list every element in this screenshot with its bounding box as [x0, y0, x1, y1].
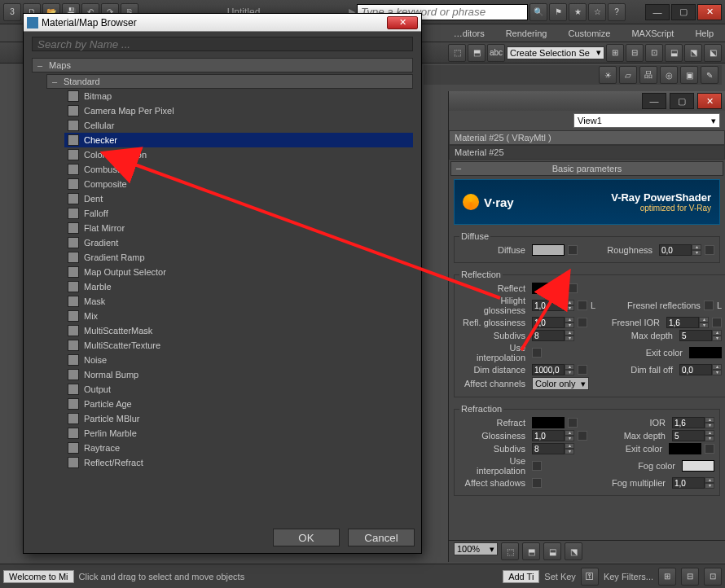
map-item-noise[interactable]: Noise	[64, 353, 413, 367]
refl-interp-checkbox[interactable]	[532, 348, 542, 358]
ior-spinner[interactable]: ▴▾	[672, 417, 714, 428]
dialog-titlebar[interactable]: Material/Map Browser ✕	[24, 14, 421, 32]
map-item-mask[interactable]: Mask	[64, 294, 413, 309]
browser-search-input[interactable]	[32, 37, 413, 51]
set-key-button[interactable]: Set Key	[544, 572, 576, 581]
flag-icon[interactable]: ⚑	[549, 3, 567, 21]
tool-icon[interactable]: ⬚	[448, 44, 466, 62]
map-item-mix[interactable]: Mix	[64, 309, 413, 323]
menu-editors[interactable]: …ditors	[447, 29, 491, 38]
refr-maxdepth-spinner[interactable]: ▴▾	[672, 430, 714, 441]
map-item-reflect-refract[interactable]: Reflect/Refract	[64, 455, 413, 470]
rollout-basic-parameters[interactable]: Basic parameters	[450, 161, 723, 176]
panel-close-button[interactable]: ✕	[697, 93, 722, 109]
tool-icon[interactable]: ⬒	[468, 44, 486, 62]
roughness-spinner[interactable]: ▴▾	[659, 244, 701, 256]
nav-icon[interactable]: ⬚	[501, 542, 519, 560]
refl-gloss-spinner[interactable]: ▴▾	[532, 317, 574, 328]
viewport-nav-icon[interactable]: ⊟	[681, 568, 699, 586]
viewport-nav-icon[interactable]: ⊡	[704, 568, 722, 586]
map-item-output[interactable]: Output	[64, 382, 413, 397]
fog-mult-spinner[interactable]: ▴▾	[672, 477, 714, 489]
refr-gloss-spinner[interactable]: ▴▾	[532, 430, 574, 441]
refl-exit-color-swatch[interactable]	[689, 347, 722, 358]
map-item-particle-age[interactable]: Particle Age	[64, 397, 413, 411]
tool-icon[interactable]: ⬓	[665, 44, 683, 62]
diffuse-color-swatch[interactable]	[532, 244, 565, 256]
map-item-composite[interactable]: Composite	[64, 177, 413, 191]
tree-node-standard[interactable]: –Standard	[46, 74, 413, 89]
reflect-map-slot[interactable]	[568, 283, 578, 293]
refr-exit-color-swatch[interactable]	[669, 443, 701, 454]
diffuse-map-slot[interactable]	[568, 245, 578, 255]
dim-dist-spinner[interactable]: ▴▾	[532, 364, 574, 375]
schematic-icon[interactable]: ▱	[619, 66, 637, 84]
nav-icon[interactable]: ⬓	[543, 542, 561, 560]
tool-icon[interactable]: ⊞	[606, 44, 624, 62]
map-item-falloff[interactable]: Falloff	[64, 206, 413, 221]
cancel-button[interactable]: Cancel	[348, 529, 415, 546]
map-item-cellular[interactable]: Cellular	[64, 118, 413, 133]
refract-map-slot[interactable]	[568, 418, 578, 428]
affect-channels-combo[interactable]: Color only▾	[532, 377, 589, 390]
dim-fall-spinner[interactable]: ▴▾	[679, 364, 722, 375]
minimize-button[interactable]: —	[645, 4, 670, 20]
tree-node-maps[interactable]: –Maps	[32, 58, 413, 72]
map-item-flat-mirror[interactable]: Flat Mirror	[64, 221, 413, 235]
panel-minimize-button[interactable]: —	[642, 93, 666, 109]
menu-rendering[interactable]: Rendering	[499, 29, 554, 38]
map-item-normal-bump[interactable]: Normal Bump	[64, 367, 413, 382]
map-item-multiscattertexture[interactable]: MultiScatterTexture	[64, 338, 413, 353]
map-item-dent[interactable]: Dent	[64, 191, 413, 206]
tool-icon[interactable]: abc	[487, 44, 505, 62]
tool-icon[interactable]: ⊟	[626, 44, 644, 62]
close-button[interactable]: ✕	[697, 4, 722, 20]
tool-icon[interactable]: ⊡	[645, 44, 663, 62]
maximize-button[interactable]: ▢	[671, 4, 696, 20]
fresnel-ior-spinner[interactable]: ▴▾	[666, 317, 709, 328]
ok-button[interactable]: OK	[273, 529, 340, 546]
create-selection-combo[interactable]: Create Selection Se▾	[507, 46, 604, 59]
panel-maximize-button[interactable]: ▢	[670, 93, 694, 109]
map-item-checker[interactable]: Checker	[64, 133, 413, 147]
star-icon[interactable]: ★	[569, 3, 587, 21]
map-item-colorcorrection[interactable]: ColorCorrection	[64, 147, 413, 162]
dialog-close-button[interactable]: ✕	[387, 16, 418, 29]
refr-gloss-map-slot[interactable]	[578, 431, 587, 441]
refl-subdivs-spinner[interactable]: ▴▾	[532, 330, 574, 341]
render-icon[interactable]: ☀	[599, 66, 617, 84]
menu-maxscript[interactable]: MAXScript	[625, 29, 680, 38]
map-item-perlin-marble[interactable]: Perlin Marble	[64, 426, 413, 441]
fog-color-swatch[interactable]	[682, 460, 714, 472]
map-item-multiscattermask[interactable]: MultiScatterMask	[64, 323, 413, 338]
refract-color-swatch[interactable]	[532, 417, 565, 428]
add-time-button[interactable]: Add Ti	[503, 570, 539, 583]
menu-customize[interactable]: Customize	[561, 29, 617, 38]
map-item-gradient[interactable]: Gradient	[64, 235, 413, 250]
refr-interp-checkbox[interactable]	[532, 461, 542, 471]
map-item-raytrace[interactable]: Raytrace	[64, 441, 413, 455]
map-item-map-output-selector[interactable]: Map Output Selector	[64, 265, 413, 279]
refl-maxdepth-spinner[interactable]: ▴▾	[679, 330, 722, 341]
nav-icon[interactable]: ⬒	[522, 542, 540, 560]
fresnel-ior-map-slot[interactable]	[712, 318, 722, 327]
menu-help[interactable]: Help	[688, 29, 720, 38]
help-icon[interactable]: ?	[608, 3, 626, 21]
favorite-icon[interactable]: ☆	[588, 3, 606, 21]
map-tree[interactable]: –Maps–StandardBitmapCamera Map Per Pixel…	[32, 56, 413, 517]
map-item-gradient-ramp[interactable]: Gradient Ramp	[64, 250, 413, 265]
material-name-field[interactable]: Material #25	[449, 145, 725, 160]
viewport-nav-icon[interactable]: ⊞	[658, 568, 676, 586]
map-item-bitmap[interactable]: Bitmap	[64, 89, 413, 103]
view-dropdown[interactable]: View1▾	[573, 113, 720, 128]
tool-icon[interactable]: ⬔	[684, 44, 702, 62]
brush-icon[interactable]: ✎	[701, 66, 718, 84]
zoom-combo[interactable]: 100%▾	[454, 542, 498, 555]
hilight-gloss-spinner[interactable]: ▴▾	[532, 300, 574, 311]
hilight-lock[interactable]	[578, 301, 587, 310]
key-icon[interactable]: ⚿	[581, 568, 599, 586]
fresnel-checkbox[interactable]	[704, 301, 714, 310]
screen-icon[interactable]: ▣	[680, 66, 698, 84]
key-filters-button[interactable]: Key Filters...	[604, 572, 653, 581]
map-item-marble[interactable]: Marble	[64, 279, 413, 294]
